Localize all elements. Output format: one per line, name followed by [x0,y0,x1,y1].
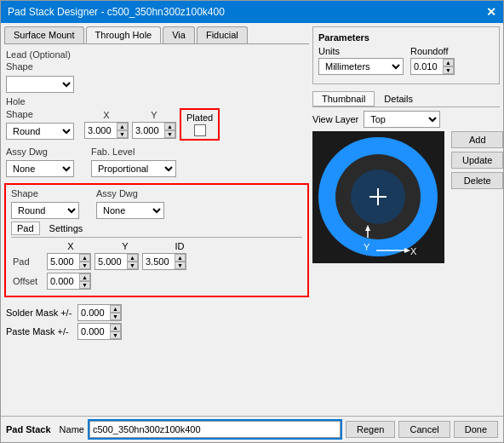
mask-section: Solder Mask +/- ▲ ▼ Paste Mask +/- [4,304,309,342]
tab-bar: Surface Mount Through Hole Via Fiducial [4,26,309,44]
hole-shape-select[interactable]: Round [6,123,74,140]
view-layer-select[interactable]: Top [364,111,440,128]
add-button[interactable]: Add [451,131,503,148]
col-y-label: Y [100,241,151,251]
units-select[interactable]: Millimeters [318,58,404,75]
pad-table: X Y ID Pad ▲ ▼ [11,241,302,290]
svg-text:Y: Y [364,242,370,252]
tab-via[interactable]: Via [163,26,195,43]
pad-id-spinner: ▲ ▼ [142,253,186,270]
solder-mask-down[interactable]: ▼ [110,313,121,320]
pad-group: Shape Round Assy Dwg None Pad [4,183,309,297]
assy-dwg-label: Assy Dwg [6,147,74,157]
fab-level-select[interactable]: Proportional [91,160,176,177]
delete-button[interactable]: Delete [451,172,503,189]
tab-fiducial[interactable]: Fiducial [197,26,248,43]
bottom-bar: Pad Stack Name Regen Cancel Done [1,416,503,442]
hole-y-spinner: ▲ ▼ [132,122,176,139]
hole-section: Hole Shape Round X ▲ [4,96,309,143]
offset-x-spinner: ▲ ▼ [47,273,91,290]
roundoff-col: Roundoff ▲ ▼ [410,46,455,75]
thumb-tab-details[interactable]: Details [375,91,422,106]
bottom-buttons: Regen Cancel Done [346,421,498,438]
pad-tab-pad[interactable]: Pad [11,222,40,235]
offset-x-down[interactable]: ▼ [79,281,90,289]
hole-x-arrows: ▲ ▼ [117,123,128,138]
fab-level-label: Fab. Level [91,147,176,157]
roundoff-up[interactable]: ▲ [443,59,454,66]
thumb-tabs: Thumbnail Details [312,91,500,107]
paste-mask-arrows: ▲ ▼ [110,324,121,339]
pad-shape-group: Shape Round [11,188,79,219]
pad-col-headers: X Y ID [45,241,301,251]
tab-through-hole[interactable]: Through Hole [86,26,162,43]
window-title: Pad Stack Designer - c500_350hn300z100k4… [8,6,225,18]
main-content: Surface Mount Through Hole Via Fiducial … [1,23,503,416]
lead-shape-select[interactable] [6,76,74,93]
pad-id-down[interactable]: ▼ [175,262,186,269]
hole-label: Hole [6,96,307,106]
hole-y-up[interactable]: ▲ [164,123,175,130]
params-title: Parameters [318,32,494,43]
update-button[interactable]: Update [451,152,503,169]
pad-tab-settings[interactable]: Settings [43,222,89,235]
lead-shape-label: Shape [6,61,33,72]
lead-shape-row: Shape [6,61,307,73]
pad-x-spinner: ▲ ▼ [47,253,91,270]
padstack-name-input[interactable] [89,421,341,438]
hole-x-label: X [103,110,109,120]
pad-x-up[interactable]: ▲ [79,254,90,262]
paste-mask-spinner: ▲ ▼ [77,323,122,340]
pad-row-offset-label: Offset [13,276,43,286]
hole-y-label: Y [151,110,157,120]
view-layer-label: View Layer [312,114,358,124]
roundoff-arrows: ▲ ▼ [443,59,454,74]
pad-assy-label: Assy Dwg [96,188,164,198]
paste-mask-up[interactable]: ▲ [110,324,121,331]
pad-assy-select[interactable]: None [96,202,164,219]
close-button[interactable]: ✕ [486,5,496,19]
done-button[interactable]: Done [454,421,498,438]
roundoff-down[interactable]: ▼ [443,66,454,74]
hole-x-down[interactable]: ▼ [117,130,128,138]
pad-tabs: Pad Settings [11,222,302,238]
offset-x-up[interactable]: ▲ [79,273,90,281]
solder-mask-arrows: ▲ ▼ [110,305,121,320]
cancel-button[interactable]: Cancel [398,421,450,438]
assy-fab-row: Assy Dwg None Fab. Level Proportional [4,147,309,177]
plated-checkbox[interactable] [194,124,206,136]
pad-visualization: Y X [312,131,444,263]
pad-row-pad: Pad ▲ ▼ ▲ ▼ [13,253,301,270]
lead-section: Lead (Optional) Shape [4,49,309,93]
hole-y-down[interactable]: ▼ [164,130,175,138]
paste-mask-row: Paste Mask +/- ▲ ▼ [6,323,307,340]
svg-text:X: X [410,246,417,256]
pad-row-pad-label: Pad [13,256,43,267]
units-label: Units [318,46,404,56]
pad-y-spinner: ▲ ▼ [94,253,139,270]
solder-mask-row: Solder Mask +/- ▲ ▼ [6,304,307,321]
thumbnail-section: Thumbnail Details View Layer Top [312,91,500,412]
pad-id-up[interactable]: ▲ [175,254,186,262]
assy-dwg-select[interactable]: None [6,160,74,177]
pad-y-down[interactable]: ▼ [127,262,138,269]
hole-x-up[interactable]: ▲ [117,123,128,130]
pad-assy-group: Assy Dwg None [96,188,164,219]
pad-shape-select[interactable]: Round [11,202,79,219]
paste-mask-down[interactable]: ▼ [110,331,121,339]
solder-mask-spinner: ▲ ▼ [77,304,122,321]
pad-x-down[interactable]: ▼ [79,262,90,269]
thumb-tab-thumbnail[interactable]: Thumbnail [312,91,375,106]
hole-x-spinner: ▲ ▼ [84,122,129,139]
right-panel: Parameters Units Millimeters Roundoff [312,26,500,412]
lead-label: Lead (Optional) [6,49,307,60]
pad-y-up[interactable]: ▲ [127,254,138,262]
padstack-section-label: Pad Stack [6,424,51,434]
tab-surface-mount[interactable]: Surface Mount [4,26,84,43]
regen-button[interactable]: Regen [346,421,395,438]
view-layer-row: View Layer Top [312,111,500,128]
col-x-label: X [45,241,96,251]
solder-mask-up[interactable]: ▲ [110,305,121,313]
plated-box: Plated [180,108,220,141]
padstack-name-label: Name [60,424,84,434]
